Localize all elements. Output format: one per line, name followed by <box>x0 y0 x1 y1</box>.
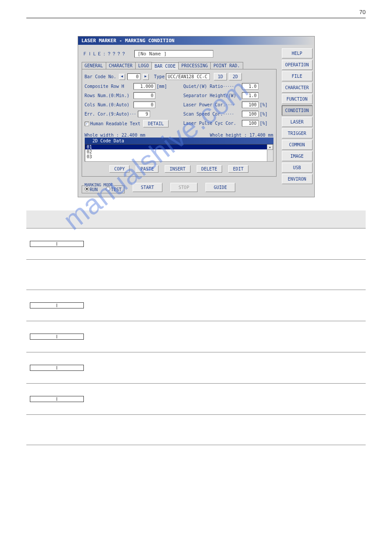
pulse-field[interactable]: 100 <box>242 120 259 127</box>
table-row <box>26 290 366 321</box>
laser-power-unit: [%] <box>260 102 268 107</box>
whole-width: Whole width : 22.400 mm <box>85 133 145 138</box>
data-row-02[interactable]: 02 <box>85 149 273 154</box>
barcode-no-next[interactable]: ▶ <box>143 74 149 80</box>
tab-content: Bar Code No. ◀ 0 ▶ Type UCC/EAN128 CC-C … <box>82 69 277 177</box>
range-left <box>30 335 57 338</box>
range-box-4 <box>30 365 84 371</box>
detail-button[interactable]: DETAIL <box>143 120 169 127</box>
file-label: ＦＩＬＥ：？？？？ <box>83 51 126 57</box>
tab-barcode[interactable]: BAR CODE <box>151 62 179 69</box>
barcode-no-prev[interactable]: ◀ <box>119 74 125 80</box>
data-header: 2D Code Data <box>85 138 273 144</box>
composite-unit: [mm] <box>157 84 167 89</box>
whole-height: Whole height : 17.400 mm <box>210 133 273 138</box>
hrt-label: Human Readable Text <box>90 121 140 126</box>
table-row <box>26 352 366 384</box>
composite-field[interactable]: 1.000 <box>133 83 155 90</box>
side-operation[interactable]: OPERATION <box>282 60 313 70</box>
side-character[interactable]: CHARACTER <box>282 83 313 93</box>
laser-power-label: Laser Power Cor.････ <box>183 102 241 107</box>
err-field[interactable]: 9 <box>138 111 150 117</box>
barcode-no-label: Bar Code No. <box>85 74 116 79</box>
2d-button[interactable]: 2D <box>229 73 242 80</box>
tab-character[interactable]: CHARACTER <box>106 62 136 69</box>
range-right <box>57 335 83 338</box>
side-file[interactable]: FILE <box>282 71 313 81</box>
range-right <box>57 304 83 307</box>
pulse-label: Laser Pulse Cyc Cor. <box>183 121 241 126</box>
side-image[interactable]: IMAGE <box>282 151 313 161</box>
barcode-no-field[interactable]: 0 <box>127 73 140 80</box>
insert-button[interactable]: INSERT <box>165 165 190 173</box>
range-box-3 <box>30 334 84 340</box>
range-right <box>57 242 83 246</box>
side-condition[interactable]: CONDITION <box>282 105 313 116</box>
start-button[interactable]: START <box>133 183 162 192</box>
hrt-checkbox[interactable]: ✓ <box>85 122 89 126</box>
laser-power-field[interactable]: 100 <box>242 102 259 108</box>
delete-button[interactable]: DELETE <box>197 165 222 173</box>
side-help[interactable]: HELP <box>282 48 313 58</box>
paste-button[interactable]: PASTE <box>136 165 158 173</box>
type-field[interactable]: UCC/EAN128 CC-C <box>166 73 210 80</box>
app-window: LASER MARKER - MARKING CONDITION ＦＩＬＥ：？？… <box>78 36 315 197</box>
file-name-field: [No Name ] <box>134 50 213 58</box>
side-function[interactable]: FUNCTION <box>282 94 313 104</box>
top-rule <box>26 18 366 18</box>
range-left <box>30 242 57 246</box>
table-header <box>26 210 366 229</box>
side-environ[interactable]: ENVIRON <box>282 174 313 184</box>
page-number: 70 <box>360 9 366 15</box>
edit-button[interactable]: EDIT <box>228 165 248 173</box>
sep-field[interactable]: 1.0 <box>242 92 259 99</box>
guide-button[interactable]: GUIDE <box>205 183 235 192</box>
range-box-5 <box>30 396 84 402</box>
table-row <box>26 321 366 352</box>
mode-run-radio[interactable] <box>85 187 89 191</box>
1d-button[interactable]: 1D <box>214 73 227 80</box>
range-right <box>57 397 83 401</box>
table-row <box>26 260 366 290</box>
parameter-table <box>26 210 366 445</box>
copy-button[interactable]: COPY <box>109 165 129 173</box>
mode-test-label: TEST <box>111 187 122 192</box>
type-label: Type <box>154 74 165 79</box>
data-row-01[interactable]: 01 <box>85 145 273 149</box>
scan-field[interactable]: 100 <box>242 111 259 117</box>
quiet-label: Quiet/(W) Ratio･････ <box>183 84 241 89</box>
tab-logo[interactable]: LOGO <box>135 62 152 69</box>
scrollbar[interactable]: ▴ <box>267 145 273 161</box>
pulse-unit: [%] <box>260 121 268 126</box>
mode-test-radio[interactable] <box>106 187 110 191</box>
side-laser[interactable]: LASER <box>282 117 313 127</box>
rows-label: Rows Num.(0:Min.) <box>85 93 132 98</box>
side-usb[interactable]: USB <box>282 163 313 173</box>
tab-general[interactable]: GENERAL <box>82 62 106 69</box>
composite-label: Composite Row H <box>85 84 132 89</box>
tab-processing[interactable]: PROCESSING <box>178 62 211 69</box>
data-row-03[interactable]: 03 <box>85 154 273 159</box>
stop-button[interactable]: STOP <box>170 183 198 192</box>
tab-pointrad[interactable]: POINT RAD. <box>210 62 243 69</box>
file-row: ＦＩＬＥ：？？？？ [No Name ] <box>82 48 277 62</box>
scroll-up-icon[interactable]: ▴ <box>267 145 273 150</box>
scan-unit: [%] <box>260 112 268 116</box>
range-left <box>30 304 57 307</box>
cols-field[interactable]: 0 <box>133 102 155 108</box>
range-box-2 <box>30 302 84 308</box>
range-right <box>57 366 83 370</box>
range-box-1 <box>30 241 84 247</box>
side-trigger[interactable]: TRIGGER <box>282 128 313 138</box>
range-left <box>30 397 57 401</box>
data-list[interactable]: 01 02 03 ▴ <box>85 144 273 162</box>
side-common[interactable]: COMMON <box>282 140 313 150</box>
rows-field[interactable]: 0 <box>133 92 155 99</box>
quiet-field[interactable]: 1.0 <box>242 83 259 90</box>
cols-label: Cols Num.(0:Auto) <box>85 102 132 107</box>
mode-run-label: RUN <box>90 187 98 192</box>
sep-label: Separator Height/(W) <box>183 93 241 98</box>
window-title: LASER MARKER - MARKING CONDITION <box>78 36 314 45</box>
scan-label: Scan Speed Cor.･････ <box>183 112 241 116</box>
err-label: Err. Cor.(9:Auto)･･･ <box>85 112 137 116</box>
